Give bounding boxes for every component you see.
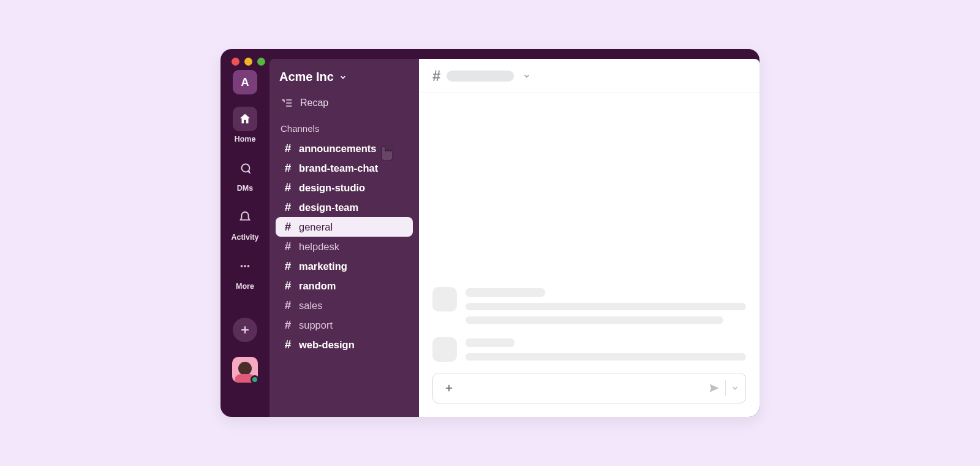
channel-name: design-team xyxy=(299,202,358,213)
hash-icon: # xyxy=(283,142,293,155)
message-composer[interactable] xyxy=(432,373,746,403)
message-body-placeholder xyxy=(466,287,746,324)
workspace-tile[interactable]: A xyxy=(233,70,257,94)
chevron-down-icon xyxy=(522,72,531,80)
ellipsis-icon xyxy=(233,254,257,278)
rail-label-home: Home xyxy=(235,135,256,143)
rail-item-activity[interactable]: Activity xyxy=(231,205,258,242)
hash-icon: # xyxy=(283,161,293,175)
create-new-button[interactable] xyxy=(233,318,257,342)
message-item xyxy=(432,337,746,362)
channel-name: sales xyxy=(299,300,323,311)
channel-list: #announcements#brand-team-chat#design-st… xyxy=(276,139,413,354)
recap-label: Recap xyxy=(300,97,328,109)
message-body-placeholder xyxy=(466,337,746,362)
channel-item-brand-team-chat[interactable]: #brand-team-chat xyxy=(276,158,413,178)
message-list xyxy=(419,93,760,362)
channel-name: marketing xyxy=(299,261,347,272)
rail-label-dms: DMs xyxy=(237,184,253,193)
hash-icon: # xyxy=(283,201,293,214)
channel-item-support[interactable]: #support xyxy=(276,315,413,335)
channel-name: support xyxy=(299,319,333,331)
channel-sidebar: Acme Inc Recap Channels #announcements#b… xyxy=(270,59,419,417)
hash-icon: # xyxy=(283,181,293,194)
rail-label-more: More xyxy=(236,282,254,291)
channel-item-general[interactable]: #general xyxy=(276,217,413,237)
hash-icon: # xyxy=(283,299,293,312)
hash-icon: # xyxy=(283,338,293,351)
send-options-chevron-icon[interactable] xyxy=(731,384,739,392)
rail-label-activity: Activity xyxy=(231,233,258,242)
hash-icon: # xyxy=(432,67,440,85)
rail-item-more[interactable]: More xyxy=(233,254,257,291)
svg-point-2 xyxy=(247,265,250,267)
channel-name: brand-team-chat xyxy=(299,162,378,174)
message-avatar-placeholder xyxy=(432,287,457,311)
channel-item-design-studio[interactable]: #design-studio xyxy=(276,178,413,197)
home-icon xyxy=(233,107,257,131)
channel-name: helpdesk xyxy=(299,241,339,253)
channel-item-marketing[interactable]: #marketing xyxy=(276,256,413,276)
workspace-name: Acme Inc xyxy=(279,70,334,84)
channels-section-header[interactable]: Channels xyxy=(276,113,413,139)
divider xyxy=(725,380,726,396)
hash-icon: # xyxy=(283,240,293,253)
channel-name: random xyxy=(299,280,336,292)
hash-icon: # xyxy=(283,318,293,332)
hash-icon: # xyxy=(283,220,293,234)
workspace-initial: A xyxy=(241,76,249,89)
channel-name-placeholder xyxy=(447,71,514,82)
channel-name: design-studio xyxy=(299,182,365,194)
app-window: A Home DMs Activity xyxy=(221,49,760,417)
channel-item-helpdesk[interactable]: #helpdesk xyxy=(276,237,413,256)
nav-rail: A Home DMs Activity xyxy=(221,63,270,417)
channel-item-random[interactable]: #random xyxy=(276,276,413,296)
recap-button[interactable]: Recap xyxy=(276,93,413,113)
send-icon[interactable] xyxy=(708,382,720,394)
chevron-down-icon xyxy=(339,73,347,82)
channel-item-web-design[interactable]: #web-design xyxy=(276,335,413,354)
channel-item-announcements[interactable]: #announcements xyxy=(276,139,413,158)
channel-header[interactable]: # xyxy=(419,59,760,93)
main-content: # xyxy=(419,59,760,417)
message-avatar-placeholder xyxy=(432,337,457,362)
channels-header-label: Channels xyxy=(281,123,319,134)
recap-icon xyxy=(281,97,293,109)
svg-point-0 xyxy=(241,265,243,267)
channel-name: general xyxy=(299,221,333,233)
rail-item-home[interactable]: Home xyxy=(233,107,257,143)
workspace-switcher[interactable]: Acme Inc xyxy=(276,67,413,93)
channel-name: web-design xyxy=(299,339,355,351)
presence-indicator xyxy=(251,375,259,384)
svg-point-1 xyxy=(244,265,246,267)
composer-attach-button[interactable] xyxy=(442,381,456,395)
activity-icon xyxy=(233,205,257,229)
message-item xyxy=(432,287,746,324)
rail-item-dms[interactable]: DMs xyxy=(233,156,257,193)
channel-item-sales[interactable]: #sales xyxy=(276,296,413,315)
channel-item-design-team[interactable]: #design-team xyxy=(276,197,413,217)
user-avatar[interactable] xyxy=(232,357,258,383)
dms-icon xyxy=(233,156,257,180)
hash-icon: # xyxy=(283,259,293,273)
hash-icon: # xyxy=(283,279,293,292)
channel-name: announcements xyxy=(299,143,377,155)
